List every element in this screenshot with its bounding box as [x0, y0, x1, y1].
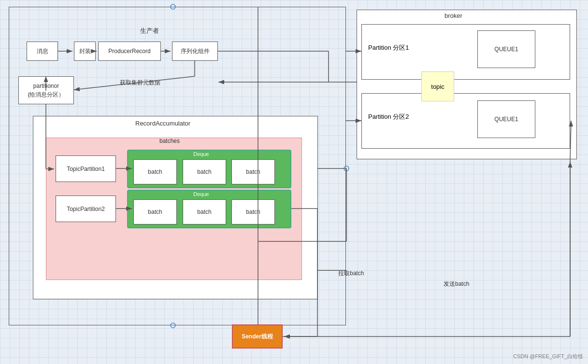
queue2-box: QUEUE1: [477, 100, 535, 138]
batch-d1-1: batch: [133, 159, 177, 184]
batch-d2-2: batch: [183, 199, 226, 224]
serializer-box: 序列化组件: [172, 42, 218, 61]
producer-label: 生产者: [140, 27, 159, 35]
record-accumulator-label: RecordAccumulator: [135, 120, 190, 127]
fengzhuang-box: 封装: [74, 42, 96, 61]
fasongbatch-label: 发送batch: [444, 280, 469, 288]
batch-d1-3: batch: [231, 159, 275, 184]
broker-label: broker: [445, 12, 462, 19]
batch-d2-1: batch: [133, 199, 177, 224]
queue1-box: QUEUE1: [477, 30, 535, 68]
partitionor-box: partitionor(给消息分区）: [18, 76, 74, 104]
producer-record-box: ProducerRecord: [98, 42, 161, 61]
batch-d2-3: batch: [231, 199, 275, 224]
batches-label: batches: [159, 138, 180, 144]
partition2-label: Partition 分区2: [368, 112, 409, 121]
partition1-label: Partition 分区1: [368, 43, 409, 52]
msg-box: 消息: [27, 42, 58, 61]
sender-box[interactable]: Sender线程: [232, 324, 283, 349]
deque1-label: Deque: [193, 151, 209, 157]
deque2-label: Deque: [193, 191, 209, 197]
canvas: 生产者 消息 封装 ProducerRecord 序列化组件 partition…: [0, 0, 588, 364]
topic-note: topic: [421, 71, 454, 101]
topic-partition1-box: TopicPartition1: [56, 155, 116, 182]
topic-partition2-box: TopicPartition2: [56, 196, 116, 222]
batch-d1-2: batch: [183, 159, 226, 184]
laqubatch-label: 拉取batch: [338, 269, 364, 278]
fetch-label: 获取集群元数据: [120, 79, 160, 87]
watermark: CSDN @FREE_GIFT_白给怪: [513, 353, 583, 360]
